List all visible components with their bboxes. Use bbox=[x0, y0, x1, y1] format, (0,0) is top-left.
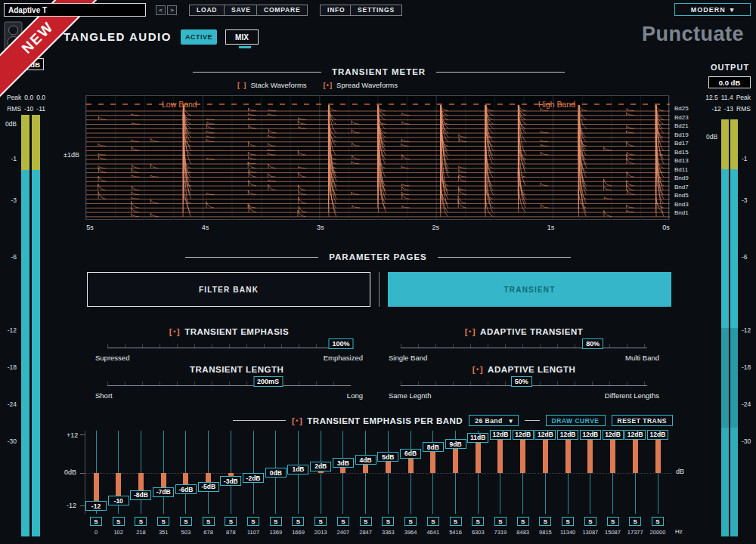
preset-name-input[interactable] bbox=[4, 3, 146, 17]
adaptive-length-track[interactable]: 50% bbox=[401, 379, 647, 386]
band-value-label[interactable]: 3dB bbox=[333, 458, 354, 468]
band-solo-button[interactable]: S bbox=[314, 517, 327, 526]
band-solo-button[interactable]: S bbox=[472, 517, 484, 526]
band-gain-bar[interactable] bbox=[655, 435, 661, 473]
preset-next-button[interactable]: > bbox=[167, 5, 177, 15]
band-gain-bar[interactable] bbox=[610, 435, 615, 473]
band-value-label[interactable]: 12dB bbox=[624, 430, 646, 440]
slider-range-labels: Supressed Emphasized bbox=[95, 354, 363, 362]
band-value-label[interactable]: -8dB bbox=[130, 490, 151, 500]
settings-button[interactable]: SETTINGS bbox=[350, 5, 402, 16]
band-value-label[interactable]: -6dB bbox=[175, 484, 197, 494]
band-solo-button[interactable]: S bbox=[584, 517, 596, 526]
band-gain-bar[interactable] bbox=[565, 435, 571, 473]
band-solo-button[interactable]: S bbox=[225, 517, 237, 526]
adaptive-length-value[interactable]: 50% bbox=[511, 376, 532, 387]
band-value-label[interactable]: 12dB bbox=[647, 430, 668, 440]
band-gain-bar[interactable] bbox=[520, 435, 525, 473]
band-value-label[interactable]: 8dB bbox=[423, 442, 444, 452]
reset-trans-button[interactable]: RESET TRANS bbox=[612, 415, 673, 426]
band-solo-button[interactable]: S bbox=[135, 517, 147, 526]
band-solo-button[interactable]: S bbox=[427, 517, 439, 526]
band-solo-button[interactable]: S bbox=[113, 517, 125, 526]
draw-curve-button[interactable]: DRAW CURVE bbox=[546, 415, 606, 426]
stack-waveforms-label: Stack Waveforms bbox=[250, 81, 306, 89]
band-gain-bar[interactable] bbox=[543, 435, 548, 473]
band-slider-track[interactable] bbox=[185, 431, 186, 514]
band-solo-button[interactable]: S bbox=[404, 517, 417, 526]
save-button[interactable]: SAVE bbox=[224, 5, 259, 16]
band-value-label[interactable]: 11dB bbox=[467, 433, 488, 443]
band-gain-bar[interactable] bbox=[587, 435, 593, 473]
adaptive-transient-track[interactable]: 80% bbox=[401, 342, 647, 348]
band-gain-bar[interactable] bbox=[497, 435, 503, 473]
band-solo-button[interactable]: S bbox=[517, 517, 529, 526]
band-count-select[interactable]: 26 Band ▾ bbox=[469, 415, 519, 426]
band-value-label[interactable]: -5dB bbox=[198, 482, 219, 492]
band-solo-button[interactable]: S bbox=[90, 517, 102, 526]
tab-filter-bank[interactable]: FILTER BANK bbox=[87, 272, 370, 307]
band-value-label[interactable]: -10 bbox=[108, 496, 129, 505]
band-solo-button[interactable]: S bbox=[247, 517, 259, 526]
band-solo-button[interactable]: S bbox=[539, 517, 551, 526]
tab-transient[interactable]: TRANSIENT bbox=[388, 272, 671, 307]
band-value-label[interactable]: 12dB bbox=[557, 430, 578, 440]
band-slider-track[interactable] bbox=[163, 431, 164, 514]
band-slider-track[interactable] bbox=[231, 431, 231, 514]
band-value-label[interactable]: 12dB bbox=[534, 430, 556, 440]
transient-emphasis-value[interactable]: 100% bbox=[329, 338, 354, 349]
mix-button[interactable]: MIX bbox=[225, 29, 259, 45]
band-value-label[interactable]: -12 bbox=[85, 501, 107, 511]
band-solo-button[interactable]: S bbox=[607, 517, 619, 526]
active-toggle-button[interactable]: ACTIVE bbox=[181, 29, 217, 45]
band-slider-track[interactable] bbox=[208, 431, 209, 514]
band-slider-track[interactable] bbox=[253, 431, 254, 514]
band-solo-button[interactable]: S bbox=[652, 517, 664, 526]
meter-time-label: 4s bbox=[196, 224, 214, 231]
band-solo-button[interactable]: S bbox=[629, 517, 641, 526]
band-value-label[interactable]: 2dB bbox=[310, 462, 331, 471]
preset-prev-button[interactable]: < bbox=[156, 5, 166, 15]
band-solo-button[interactable]: S bbox=[270, 517, 282, 526]
band-solo-button[interactable]: S bbox=[337, 517, 349, 526]
output-gain-value[interactable]: 0.0 dB bbox=[708, 76, 751, 88]
band-solo-button[interactable]: S bbox=[382, 517, 394, 526]
axis-unit-label: dB bbox=[676, 468, 684, 475]
band-solo-button[interactable]: S bbox=[180, 517, 192, 526]
band-value-label[interactable]: 12dB bbox=[603, 430, 624, 440]
band-gain-bar[interactable] bbox=[476, 438, 481, 473]
band-solo-button[interactable]: S bbox=[203, 517, 215, 526]
band-frequency-label: 0 bbox=[85, 529, 107, 536]
band-solo-button[interactable]: S bbox=[494, 517, 507, 526]
band-solo-button[interactable]: S bbox=[157, 517, 169, 526]
band-value-label[interactable]: -7dB bbox=[153, 487, 174, 497]
spread-waveforms-toggle[interactable]: [•] Spread Waveforms bbox=[324, 81, 398, 89]
transient-emphasis-track[interactable]: 100% bbox=[107, 342, 351, 348]
band-value-label[interactable]: 4dB bbox=[355, 455, 376, 465]
band-value-label[interactable]: -2dB bbox=[243, 473, 264, 483]
transient-length-value[interactable]: 200mS bbox=[253, 376, 283, 387]
band-solo-button[interactable]: S bbox=[360, 517, 372, 526]
band-value-label[interactable]: 0dB bbox=[265, 468, 287, 478]
adaptive-transient-value[interactable]: 80% bbox=[582, 338, 603, 349]
load-button[interactable]: LOAD bbox=[189, 5, 225, 16]
compare-button[interactable]: COMPARE bbox=[256, 5, 308, 16]
stack-waveforms-toggle[interactable]: [•] Stack Waveforms bbox=[237, 81, 307, 89]
band-value-label[interactable]: 5dB bbox=[377, 452, 398, 462]
band-value-label[interactable]: 12dB bbox=[580, 430, 601, 440]
skin-select[interactable]: MODERN ▾ bbox=[674, 3, 751, 16]
band-frequency-label: 9815 bbox=[534, 529, 556, 536]
band-solo-button[interactable]: S bbox=[450, 517, 462, 526]
band-value-label[interactable]: 1dB bbox=[287, 465, 308, 474]
band-value-label[interactable]: 12dB bbox=[513, 430, 534, 440]
band-value-label[interactable]: 9dB bbox=[445, 439, 466, 449]
band-value-label[interactable]: 12dB bbox=[490, 430, 511, 440]
transient-length-track[interactable]: 200mS bbox=[107, 379, 351, 386]
band-solo-button[interactable]: S bbox=[292, 517, 304, 526]
band-value-label[interactable]: -3dB bbox=[220, 476, 241, 486]
info-button[interactable]: INFO bbox=[320, 5, 353, 16]
band-slider-track[interactable] bbox=[141, 431, 141, 514]
band-gain-bar[interactable] bbox=[633, 435, 638, 473]
band-solo-button[interactable]: S bbox=[562, 517, 574, 526]
band-value-label[interactable]: 6dB bbox=[400, 449, 421, 459]
